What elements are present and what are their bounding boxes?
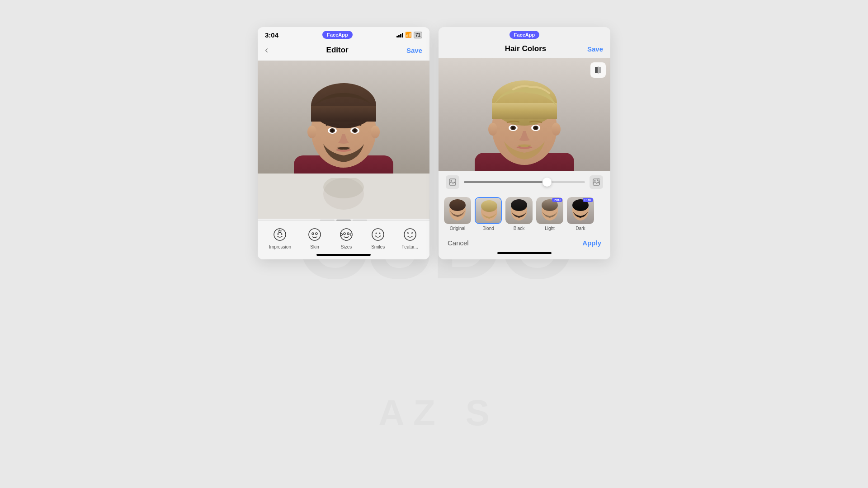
swatch-label-dark: Dark [576,226,585,231]
svg-point-27 [347,233,349,235]
wifi-icon: 📶 [405,32,412,38]
svg-point-15 [371,126,380,138]
save-button-left[interactable]: Save [406,47,422,54]
svg-point-45 [512,127,514,129]
toolbar-item-features[interactable]: Featur... [398,225,422,251]
svg-point-49 [488,123,497,136]
editor-toolbar: Impression Skin [258,221,429,259]
svg-point-65 [481,200,497,212]
color-swatches: Original [439,193,610,235]
status-bar-left: 3:04 FaceApp 📶 71 [258,27,429,41]
svg-point-22 [309,229,321,240]
save-button-right[interactable]: Save [587,45,603,53]
swatch-item-original[interactable]: Original [444,197,471,231]
toolbar-items: Impression Skin [258,225,429,251]
hair-colors-title: Hair Colors [505,44,547,53]
features-icon [402,226,418,243]
svg-point-24 [316,233,317,235]
swatch-item-blond[interactable]: Blond [475,197,502,231]
swatch-label-light: Light [545,226,555,231]
hair-colors-screen: FaceApp Hair Colors Save [439,27,610,259]
photo-panel-bottom [258,174,429,219]
battery-icon: 71 [414,32,422,38]
signal-bar-2 [398,35,400,38]
home-indicator-right [497,252,552,254]
smiles-icon [370,226,386,243]
svg-point-13 [354,129,356,132]
slider-thumb[interactable] [542,178,552,187]
slider-icon-left [446,175,459,189]
status-icons-left: 📶 71 [396,32,422,38]
svg-point-48 [534,127,537,129]
swatch-dark: PRO [567,197,594,224]
signal-bar-3 [400,34,401,38]
toolbar-item-skin[interactable]: Skin [303,225,326,251]
toolbar-item-impression[interactable]: Impression [265,225,295,251]
faceapp-badge-left: FaceApp [322,31,352,39]
svg-point-62 [449,199,466,211]
home-indicator-left [316,254,371,256]
impression-label: Impression [269,244,291,249]
svg-point-25 [340,229,352,240]
svg-point-30 [379,233,381,234]
swatch-item-black[interactable]: Black [505,197,533,231]
svg-point-31 [404,229,416,240]
photo-area-right [439,58,610,171]
impression-icon [272,226,288,243]
svg-text:A: A [598,179,599,181]
cancel-button[interactable]: Cancel [448,239,469,247]
slider-fill [464,181,542,183]
svg-rect-42 [492,103,557,119]
smiles-label: Smiles [371,244,385,249]
back-button[interactable]: ‹ [265,44,268,56]
apply-button[interactable]: Apply [582,239,601,247]
svg-point-34 [407,233,408,234]
slider-icon-right: A [590,175,603,189]
sizes-label: Sizes [341,244,352,249]
svg-rect-51 [595,67,598,73]
swatch-label-original: Original [450,226,465,231]
status-time: 3:04 [265,31,278,39]
svg-point-28 [372,229,384,240]
toolbar-item-smiles[interactable]: Smiles [366,225,390,251]
swatch-label-black: Black [514,226,524,231]
home-indicator-container-right [439,250,610,257]
signal-bars [396,32,403,38]
swatch-black [505,197,533,224]
panel-preview [262,178,425,214]
editor-title: Editor [326,46,349,55]
nav-bar-right: Hair Colors Save [439,41,610,58]
svg-point-19 [274,229,286,240]
swatch-original [444,197,471,224]
skin-label: Skin [310,244,319,249]
skin-icon [307,226,323,243]
svg-rect-7 [311,106,376,122]
svg-point-50 [552,123,561,136]
swatch-item-dark[interactable]: PRO Dark [567,197,594,231]
swatch-light: PRO [536,197,563,224]
swatch-blond [475,197,502,224]
svg-rect-52 [599,67,601,73]
revert-icon: A [592,178,600,186]
screens-container: 3:04 FaceApp 📶 71 ‹ Editor Save [258,27,610,259]
slider-area: A [439,171,610,193]
nav-bar-left: ‹ Editor Save [258,41,429,61]
svg-point-14 [307,126,316,138]
editor-screen: 3:04 FaceApp 📶 71 ‹ Editor Save [258,27,429,259]
signal-bar-4 [402,33,403,38]
svg-point-23 [312,233,314,235]
compare-icon [594,66,602,74]
features-label: Featur... [401,244,418,249]
swatch-label-blond: Blond [482,226,494,231]
swatch-item-light[interactable]: PRO Light [536,197,563,231]
status-bar-right: FaceApp [439,27,610,41]
svg-point-68 [511,199,527,211]
toolbar-item-sizes[interactable]: Sizes [335,225,358,251]
compare-button[interactable] [590,62,606,78]
pro-badge-light: PRO [552,198,562,202]
sizes-icon [338,226,354,243]
svg-point-29 [376,233,377,234]
pro-badge-dark: PRO [583,198,593,202]
photo-area-left [258,61,429,174]
intensity-slider[interactable] [464,181,585,183]
